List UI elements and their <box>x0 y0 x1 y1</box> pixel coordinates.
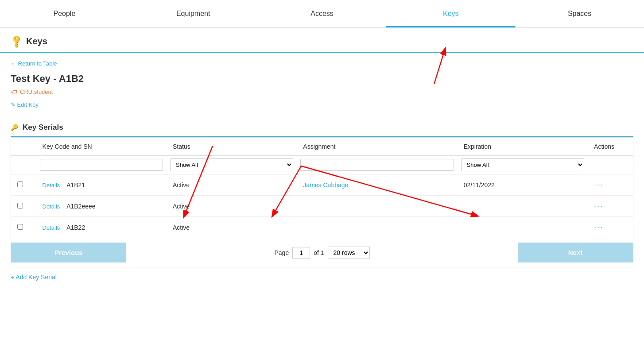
assignment-link[interactable]: James Cubbage <box>303 181 348 189</box>
actions-menu-button[interactable]: ··· <box>594 223 603 232</box>
rows-per-page-select[interactable]: 20 rows 50 rows 100 rows <box>328 247 370 259</box>
filter-keycode-input[interactable] <box>40 159 163 171</box>
row-checkbox-cell <box>11 217 36 238</box>
row-status: Active <box>167 174 297 196</box>
row-assignment <box>297 196 457 217</box>
row-keycode: Details A1B2eeee <box>36 196 167 217</box>
nav-keys[interactable]: Keys <box>386 0 515 27</box>
nav-people[interactable]: People <box>0 0 129 27</box>
keycode-value: A1B22 <box>66 224 85 231</box>
row-actions: ··· <box>588 174 633 196</box>
details-link[interactable]: Details <box>43 182 60 189</box>
key-icon: 🔑 <box>8 34 24 49</box>
next-button[interactable]: Next <box>518 243 633 262</box>
section-key-icon: 🔑 <box>11 124 18 131</box>
filter-status-select[interactable]: Show All Active Inactive <box>170 158 293 171</box>
total-pages-label: of 1 <box>314 249 324 256</box>
row-assignment: James Cubbage <box>297 174 457 196</box>
row-actions: ··· <box>588 196 633 217</box>
details-link[interactable]: Details <box>43 203 60 210</box>
col-header-expiration: Expiration <box>458 138 588 156</box>
section-header: 🔑 Key Serials <box>11 117 633 137</box>
page-info: Page of 1 20 rows 50 rows 100 rows <box>274 247 369 259</box>
top-navigation: People Equipment Access Keys Spaces <box>0 0 644 28</box>
pagination-bar: Previous Page of 1 20 rows 50 rows 100 r… <box>11 238 633 267</box>
key-serials-table: Key Code and SN Status Assignment Expira… <box>11 137 633 267</box>
tag-row: 🏷 CRU,student <box>11 88 633 96</box>
row-expiration: 02/11/2022 <box>458 174 588 196</box>
actions-menu-button[interactable]: ··· <box>594 201 603 210</box>
col-header-actions: Actions <box>588 138 633 156</box>
table-row: Details A1B22 Active ··· <box>11 217 633 238</box>
row-checkbox[interactable] <box>17 203 23 208</box>
section-title: Key Serials <box>23 123 63 132</box>
table-filter-row: Show All Active Inactive Show All <box>11 156 633 174</box>
filter-assignment-input[interactable] <box>300 159 454 171</box>
table-row: Details A1B2eeee Active ··· <box>11 196 633 217</box>
nav-access[interactable]: Access <box>258 0 387 27</box>
page-number-input[interactable] <box>292 247 310 259</box>
col-header-status: Status <box>167 138 297 156</box>
page-content: ← Return to Table Test Key - A1B2 🏷 CRU,… <box>0 53 644 288</box>
tag-icon: 🏷 <box>11 88 17 96</box>
page-label: Page <box>274 249 289 256</box>
filter-keycode-cell <box>36 156 167 174</box>
row-checkbox-cell <box>11 174 36 196</box>
filter-actions-cell <box>588 156 633 174</box>
tag-values: CRU,student <box>20 89 53 95</box>
row-expiration <box>458 196 588 217</box>
nav-equipment[interactable]: Equipment <box>129 0 258 27</box>
filter-assignment-cell <box>297 156 457 174</box>
filter-status-cell: Show All Active Inactive <box>167 156 297 174</box>
table-row: Details A1B21 Active James Cubbage 02/11… <box>11 174 633 196</box>
row-assignment <box>297 217 457 238</box>
filter-expiration-select[interactable]: Show All <box>461 158 584 171</box>
row-expiration <box>458 217 588 238</box>
edit-key-link[interactable]: ✎ Edit Key <box>11 101 39 108</box>
col-header-assignment: Assignment <box>297 138 457 156</box>
col-header-checkbox <box>11 138 36 156</box>
row-checkbox[interactable] <box>17 224 23 230</box>
table-body: Details A1B21 Active James Cubbage 02/11… <box>11 174 633 238</box>
filter-expiration-cell: Show All <box>458 156 588 174</box>
row-status: Active <box>167 217 297 238</box>
filter-checkbox-cell <box>11 156 36 174</box>
col-header-keycode: Key Code and SN <box>36 138 167 156</box>
return-to-table-link[interactable]: ← Return to Table <box>11 60 57 67</box>
keycode-value: A1B21 <box>66 181 85 189</box>
row-keycode: Details A1B22 <box>36 217 167 238</box>
table-header-row: Key Code and SN Status Assignment Expira… <box>11 138 633 156</box>
page-header: 🔑 Keys <box>0 28 644 53</box>
page-title: Keys <box>26 36 47 46</box>
row-actions: ··· <box>588 217 633 238</box>
previous-button[interactable]: Previous <box>11 243 126 262</box>
row-checkbox[interactable] <box>17 181 23 187</box>
row-keycode: Details A1B21 <box>36 174 167 196</box>
details-link[interactable]: Details <box>43 224 60 231</box>
keycode-value: A1B2eeee <box>66 203 95 210</box>
row-checkbox-cell <box>11 196 36 217</box>
key-title: Test Key - A1B2 <box>11 73 633 85</box>
row-status: Active <box>167 196 297 217</box>
nav-spaces[interactable]: Spaces <box>515 0 644 27</box>
add-key-serial-link[interactable]: + Add Key Serial <box>11 274 57 281</box>
actions-menu-button[interactable]: ··· <box>594 180 603 189</box>
